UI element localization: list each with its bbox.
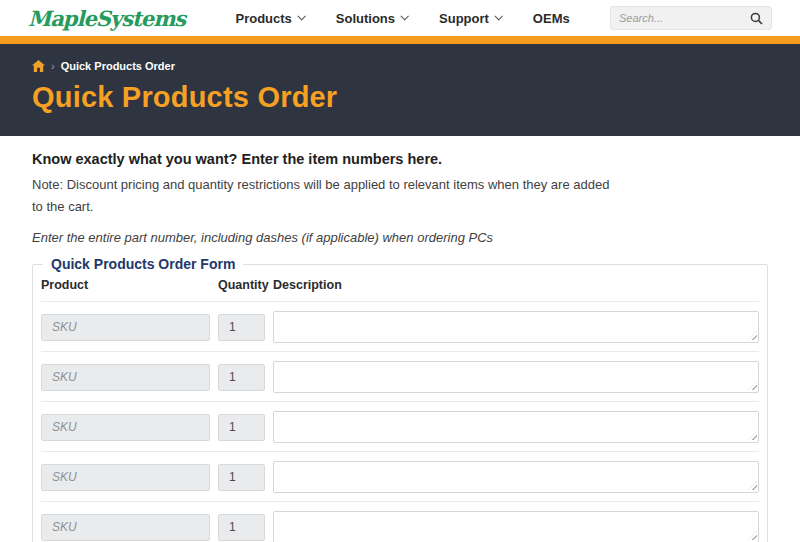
nav-oems[interactable]: OEMs [533,11,570,26]
sku-input[interactable] [41,364,210,391]
search-box [610,6,772,30]
column-header-quantity: Quantity [218,278,265,292]
nav-solutions[interactable]: Solutions [336,11,407,26]
product-row [41,452,759,502]
breadcrumb: › Quick Products Order [32,60,768,72]
chevron-down-icon [400,12,408,20]
quantity-input[interactable] [218,514,265,541]
description-cell [273,411,759,443]
description-cell [273,461,759,493]
breadcrumb-separator: › [51,60,55,72]
description-cell [273,361,759,393]
product-row [41,302,759,352]
nav-support-label: Support [439,11,489,26]
intro-section: Know exactly what you want? Enter the it… [0,136,800,245]
nav-products[interactable]: Products [235,11,303,26]
sku-input[interactable] [41,314,210,341]
intro-heading: Know exactly what you want? Enter the it… [32,151,768,167]
product-row [41,402,759,452]
orange-accent-bar [0,36,800,44]
column-header-description: Description [273,278,759,292]
main-nav: Products Solutions Support OEMs [225,11,569,26]
sku-input[interactable] [41,464,210,491]
nav-solutions-label: Solutions [336,11,395,26]
description-textarea[interactable] [273,511,759,542]
description-textarea[interactable] [273,311,759,343]
page-title: Quick Products Order [32,81,768,114]
sku-input[interactable] [41,414,210,441]
description-textarea[interactable] [273,361,759,393]
quantity-input[interactable] [218,364,265,391]
chevron-down-icon [494,12,502,20]
description-textarea[interactable] [273,461,759,493]
chevron-down-icon [297,12,305,20]
search-input[interactable] [619,12,750,24]
intro-note: Note: Discount pricing and quantity rest… [32,174,610,218]
intro-tip: Enter the entire part number, including … [32,230,768,245]
description-cell [273,511,759,542]
form-legend: Quick Products Order Form [43,256,243,272]
quick-order-form: Quick Products Order Form Product Quanti… [32,256,768,542]
nav-oems-label: OEMs [533,11,570,26]
column-header-product: Product [41,278,210,292]
product-rows [41,302,759,542]
hero-section: › Quick Products Order Quick Products Or… [0,44,800,136]
nav-products-label: Products [235,11,291,26]
top-header: MapleSystems Products Solutions Support … [0,0,800,36]
column-headers: Product Quantity Description [41,272,759,302]
home-icon[interactable] [32,60,45,72]
product-row [41,352,759,402]
product-row [41,502,759,542]
description-textarea[interactable] [273,411,759,443]
quantity-input[interactable] [218,464,265,491]
maple-systems-logo[interactable]: MapleSystems [28,6,185,31]
quantity-input[interactable] [218,414,265,441]
description-cell [273,311,759,343]
breadcrumb-current: Quick Products Order [61,60,175,72]
quantity-input[interactable] [218,314,265,341]
nav-support[interactable]: Support [439,11,501,26]
magnifier-icon[interactable] [750,12,763,25]
sku-input[interactable] [41,514,210,541]
